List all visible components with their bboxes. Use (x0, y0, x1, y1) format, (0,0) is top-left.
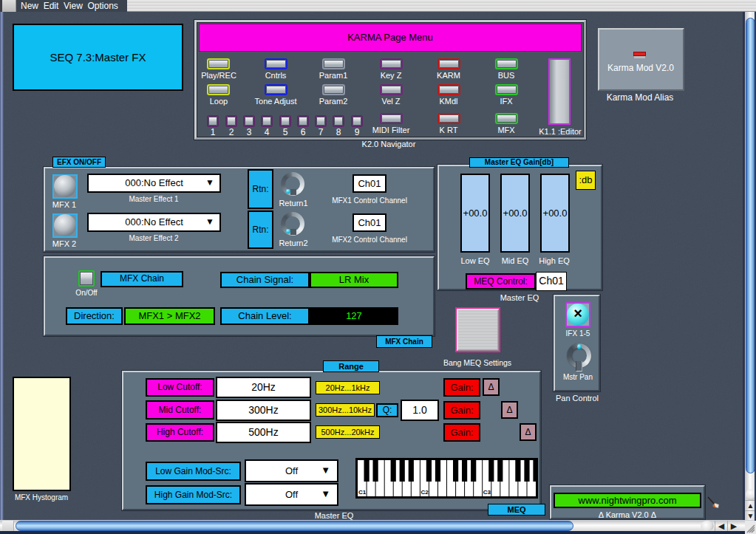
svg-text:C3: C3 (483, 489, 491, 496)
svg-text:C1: C1 (358, 489, 367, 496)
svg-text:C2: C2 (420, 489, 429, 496)
